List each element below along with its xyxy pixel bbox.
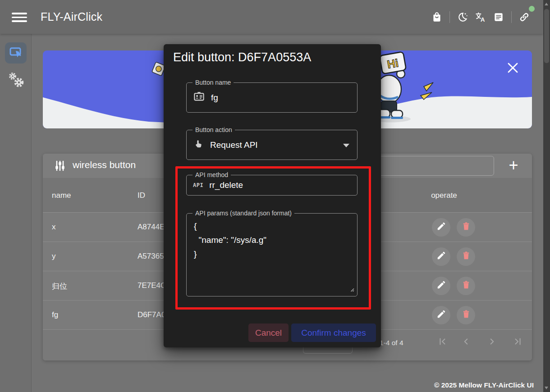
- app-title: FLY-AirClick: [41, 10, 102, 23]
- svg-text:A: A: [481, 16, 485, 23]
- api-text-icon: API: [193, 182, 203, 188]
- badge-icon: [193, 91, 205, 105]
- link-button[interactable]: [515, 8, 533, 26]
- touch-icon: [193, 138, 204, 151]
- button-action-value: Request API: [210, 140, 258, 150]
- delete-trash-icon: [461, 251, 471, 263]
- menu-icon[interactable]: [12, 13, 27, 22]
- prev-page-button[interactable]: [460, 336, 472, 347]
- delete-button[interactable]: [457, 218, 475, 237]
- edit-pencil-icon: [436, 251, 446, 263]
- prev-page-icon: [461, 337, 471, 346]
- api-method-value[interactable]: rr_delete: [209, 180, 243, 190]
- delete-trash-icon: [461, 221, 471, 233]
- delete-trash-icon: [461, 280, 471, 292]
- svg-text:Hi: Hi: [386, 56, 399, 71]
- cell-name: x: [52, 223, 56, 232]
- panel-title: wireless button: [73, 160, 136, 170]
- tune-icon: [54, 160, 66, 174]
- confirm-changes-button[interactable]: Confirm changes: [291, 324, 376, 342]
- column-header-id: ID: [138, 191, 145, 200]
- scrollbar-thumb[interactable]: [544, 9, 549, 63]
- field-label: API params (standard json format): [192, 210, 294, 217]
- delete-button[interactable]: [457, 306, 475, 324]
- column-header-name: name: [52, 191, 71, 200]
- toolbar-divider: [449, 11, 450, 23]
- field-label: Button name: [192, 79, 234, 86]
- sidebar-item-settings[interactable]: [5, 69, 26, 90]
- cell-id: D6F7A0: [138, 310, 165, 319]
- edit-button[interactable]: [432, 218, 450, 237]
- link-icon: [518, 11, 530, 23]
- api-params-textarea[interactable]: { "name": "/sys/a.g" }: [187, 214, 357, 296]
- last-page-button[interactable]: [512, 336, 524, 347]
- notes-icon: [493, 11, 504, 23]
- edit-pencil-icon: [436, 309, 446, 321]
- column-header-operate: operate: [408, 191, 480, 200]
- edit-pencil-icon: [436, 280, 446, 292]
- cell-id: 7E7E4C: [138, 281, 166, 290]
- page-scrollbar[interactable]: [543, 0, 550, 392]
- edit-pencil-icon: [436, 221, 446, 233]
- delete-button[interactable]: [457, 247, 475, 266]
- chevron-down-icon: [343, 144, 349, 147]
- cell-name: fg: [52, 310, 58, 319]
- button-action-select[interactable]: Button action Request API: [186, 130, 358, 160]
- api-params-field[interactable]: API params (standard json format) { "nam…: [186, 213, 358, 296]
- cell-name: y: [52, 252, 56, 261]
- remote-click-icon: [9, 45, 23, 61]
- cell-name: 归位: [52, 281, 67, 292]
- delete-button[interactable]: [457, 277, 475, 295]
- scroll-down-icon[interactable]: [545, 387, 548, 389]
- dark-mode-button[interactable]: [454, 8, 472, 26]
- first-page-icon: [437, 337, 447, 346]
- button-name-field[interactable]: Button name fg: [186, 82, 358, 113]
- cell-id: A8744E: [138, 223, 165, 232]
- api-method-field[interactable]: API method API rr_delete: [186, 175, 358, 196]
- delete-trash-icon: [461, 309, 471, 321]
- toolbar-divider: [511, 11, 512, 23]
- next-page-icon: [487, 337, 497, 346]
- translate-icon: A: [475, 11, 486, 23]
- sidebar-item-remote[interactable]: [5, 42, 27, 64]
- cancel-button[interactable]: Cancel: [248, 324, 289, 342]
- sidebar: [0, 34, 32, 392]
- add-button[interactable]: +: [504, 155, 523, 177]
- shopping-bag-icon: [431, 11, 443, 23]
- edit-button-dialog: Edit button: D6F7A0553A Button name fg B…: [164, 44, 381, 347]
- banner-close-button[interactable]: [506, 62, 519, 74]
- close-icon: [507, 62, 519, 76]
- button-name-value[interactable]: fg: [211, 93, 218, 103]
- connection-status-dot: [529, 6, 535, 12]
- field-label: API method: [192, 171, 231, 178]
- shopping-bag-button[interactable]: [428, 8, 446, 26]
- footer-copyright: © 2025 Mellow FLY-AirClick UI: [434, 381, 534, 389]
- translate-button[interactable]: A: [472, 8, 490, 26]
- scroll-up-icon[interactable]: [545, 3, 548, 5]
- field-label: Button action: [192, 126, 235, 133]
- speech-bubble: Hi: [380, 52, 406, 74]
- dark-mode-icon: [457, 11, 468, 23]
- last-page-icon: [513, 337, 523, 346]
- first-page-button[interactable]: [436, 336, 448, 347]
- cell-id: A57365: [138, 252, 164, 261]
- topbar-actions: A: [428, 8, 533, 27]
- next-page-button[interactable]: [486, 336, 498, 347]
- notes-button[interactable]: [490, 8, 508, 26]
- page-range-label: 1-4 of 4: [380, 339, 403, 347]
- edit-button[interactable]: [432, 247, 450, 266]
- resize-handle-icon[interactable]: [349, 286, 354, 294]
- edit-button[interactable]: [432, 306, 450, 324]
- dialog-title: Edit button: D6F7A0553A: [173, 50, 311, 64]
- edit-button[interactable]: [432, 277, 450, 295]
- topbar: FLY-AirClick A: [0, 0, 543, 34]
- app-screen: FLY-AirClick A: [0, 0, 550, 392]
